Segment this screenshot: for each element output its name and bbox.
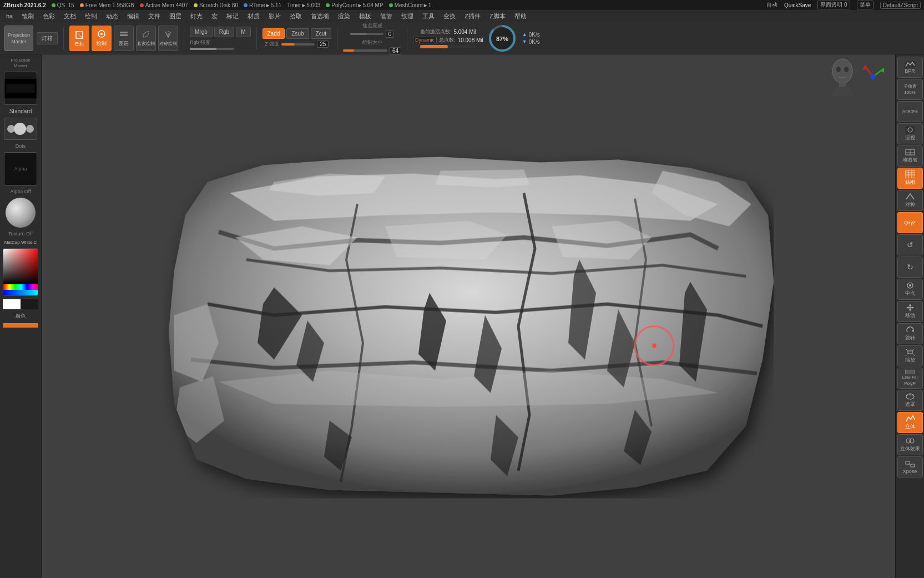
ac50-button[interactable]: Ac50% (897, 101, 923, 122)
menu-item-brush[interactable]: 笔刷 (18, 11, 38, 22)
menu-item-transform[interactable]: 变换 (440, 11, 460, 22)
linefill-button[interactable]: Line Fill PolyF (897, 368, 923, 389)
menu-item-color[interactable]: 色彩 (39, 11, 59, 22)
subpixel-button[interactable]: 子像素 100% (897, 79, 923, 100)
scale-button[interactable]: 缩放 (897, 345, 923, 366)
focal-shift-slider[interactable] (350, 33, 383, 35)
lightbox-button[interactable]: 灯箱 (37, 32, 58, 44)
menu-item-texture[interactable]: 纹理 (397, 11, 417, 22)
total-points-label: 总点数: (439, 37, 456, 44)
material-label[interactable]: MatCap White C (4, 240, 37, 245)
color-picker[interactable] (3, 248, 38, 296)
renderview-button[interactable]: 渲视 (897, 123, 923, 144)
saturation-bar[interactable] (3, 290, 38, 295)
menu-item-stroke[interactable]: 笔管 (376, 11, 396, 22)
menu-item-marker[interactable]: 标记 (223, 11, 243, 22)
menu-item-dynamic[interactable]: 动态 (102, 11, 122, 22)
focal-shift-value[interactable]: 0 (386, 31, 395, 38)
rgb-intensity-slider[interactable] (190, 48, 234, 50)
redo-button[interactable]: ↻ (897, 257, 923, 278)
zadd-button[interactable]: Zadd (262, 28, 285, 39)
canvas-area[interactable] (42, 54, 895, 578)
zcut-button[interactable]: Zcut (311, 28, 331, 39)
dynamic-button[interactable]: 立体 (897, 412, 923, 433)
navigation-gizmo[interactable] (856, 60, 890, 93)
menu-item-movie[interactable]: 影片 (265, 11, 285, 22)
stereoeffect-button[interactable]: 立体效果 (897, 434, 923, 455)
undo-button[interactable]: ↺ (897, 234, 923, 255)
bpr-icon (905, 61, 916, 68)
rotate-button[interactable]: 旋转 (897, 323, 923, 344)
mask-button[interactable]: 遮罩 (897, 390, 923, 411)
stereoeffect-icon (905, 437, 915, 445)
zsub-button[interactable]: Zsub (286, 28, 309, 39)
quicksave-label[interactable]: QuickSave (784, 2, 811, 8)
svg-rect-42 (906, 461, 910, 464)
m-button[interactable]: M (236, 27, 250, 37)
texture-sphere[interactable] (6, 198, 36, 228)
menu-item-help[interactable]: 帮助 (511, 11, 531, 22)
hue-bar[interactable] (3, 284, 38, 290)
brush-thumbnail[interactable] (4, 72, 37, 105)
menu-item-stencil[interactable]: 模板 (355, 11, 375, 22)
menu-item-ha[interactable]: ha (2, 12, 17, 21)
default-zscript[interactable]: DefaultZScript (880, 2, 921, 9)
menu-item-render[interactable]: 渲染 (334, 11, 354, 22)
projection-master-button[interactable]: Projection Master (4, 26, 33, 51)
texture-right-button[interactable]: 贴图 (897, 168, 923, 189)
symmetry-right-button[interactable]: 对称 (897, 190, 923, 211)
dynamic-label[interactable]: Dynamic (413, 37, 437, 43)
draw-size-slider[interactable] (343, 49, 387, 52)
svg-rect-34 (908, 351, 912, 354)
menu-item-material[interactable]: 材质 (244, 11, 264, 22)
svg-point-51 (836, 67, 841, 72)
z-intensity-slider[interactable] (281, 43, 315, 46)
alpha-preview[interactable]: Alpha (4, 152, 37, 185)
menu-item-file[interactable]: 文件 (144, 11, 164, 22)
white-swatch[interactable] (3, 299, 21, 309)
standard-brush-label[interactable]: Standard (9, 108, 32, 114)
symmetry-button[interactable]: 对称绘制 (158, 26, 178, 51)
xpose-button[interactable]: Xpose (897, 456, 923, 478)
menu-item-doc[interactable]: 文档 (60, 11, 80, 22)
z-intensity-value[interactable]: 25 (317, 41, 329, 48)
brush-preview-image (4, 73, 37, 104)
menu-item-zplugin[interactable]: Z插件 (461, 11, 484, 22)
menu-item-zscript[interactable]: Z脚本 (486, 11, 509, 22)
border-transparency[interactable]: 界面透明 0 (817, 1, 850, 9)
auto-label[interactable]: 自动 (766, 1, 777, 9)
color-bottom-bar[interactable] (3, 323, 38, 328)
menu-item-pickup[interactable]: 拾取 (286, 11, 306, 22)
draw-button[interactable]: 绘制 (92, 26, 112, 51)
right-panel: BPR 子像素 100% Ac50% 渲视 地图省 贴图 (895, 54, 924, 578)
rgb-button[interactable]: Rgb (214, 27, 234, 37)
bpr-button[interactable]: BPR (897, 57, 923, 78)
black-swatch[interactable] (21, 299, 38, 309)
draw-size-value[interactable]: 64 (390, 47, 401, 54)
menu-item-preferences[interactable]: 首选项 (307, 11, 333, 22)
texture-off-label[interactable]: Texture Off (2, 231, 39, 237)
color-gradient[interactable] (3, 249, 38, 284)
brush-dots-preview[interactable] (4, 118, 37, 140)
draw-size-label: 绘制大小 (362, 39, 382, 46)
mrgb-button[interactable]: Mrgb (190, 27, 213, 37)
menu-item-macro[interactable]: 宏 (208, 11, 221, 22)
lasso-button[interactable]: 套索绘制 (136, 26, 156, 51)
midpoint-button[interactable]: 中点 (897, 279, 923, 300)
model-head-preview[interactable] (829, 57, 856, 96)
qxyz-button[interactable]: Qxyz (897, 212, 923, 233)
menu-mode[interactable]: 菜单 (857, 1, 873, 9)
menu-item-edit[interactable]: 编辑 (123, 11, 143, 22)
alpha-off-label[interactable]: Alpha Off (2, 189, 39, 194)
edit-button[interactable]: Edit (69, 26, 89, 51)
draw-label: 绘制 (97, 40, 107, 47)
menu-item-draw[interactable]: 绘制 (81, 11, 101, 22)
memory-gauge[interactable]: 87% (487, 23, 518, 54)
menu-item-tool[interactable]: 工具 (418, 11, 438, 22)
menu-item-light[interactable]: 灯光 (186, 11, 206, 22)
mapreduce-button[interactable]: 地图省 (897, 145, 923, 167)
menu-item-layer[interactable]: 图层 (165, 11, 185, 22)
move-button[interactable]: 移动 (897, 301, 923, 322)
undo-icon: ↺ (907, 240, 913, 249)
layer-button[interactable]: 图层 (114, 26, 134, 51)
